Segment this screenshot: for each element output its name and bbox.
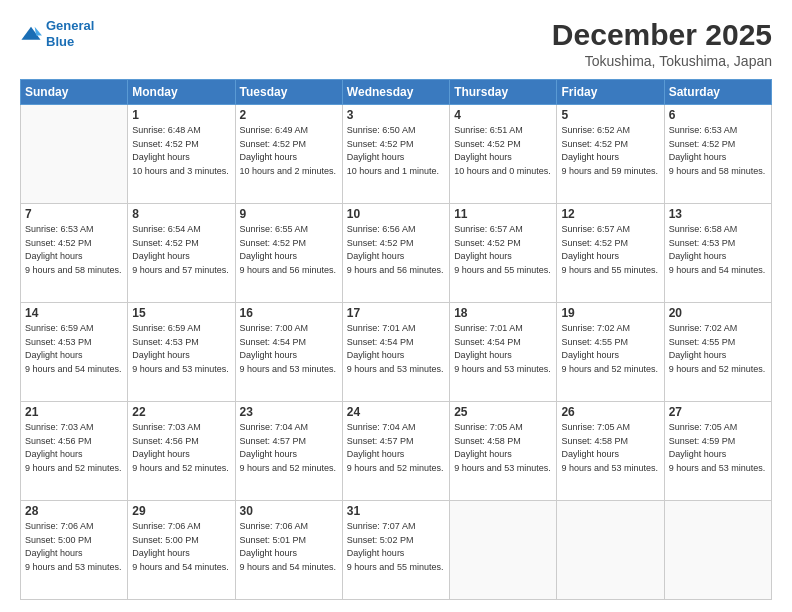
day-number: 18 xyxy=(454,306,552,320)
day-number: 22 xyxy=(132,405,230,419)
calendar-cell: 23Sunrise: 7:04 AMSunset: 4:57 PMDayligh… xyxy=(235,402,342,501)
logo-line1: General xyxy=(46,18,94,33)
calendar-header-wednesday: Wednesday xyxy=(342,80,449,105)
calendar-row-3: 21Sunrise: 7:03 AMSunset: 4:56 PMDayligh… xyxy=(21,402,772,501)
day-info: Sunrise: 6:57 AMSunset: 4:52 PMDaylight … xyxy=(454,223,552,277)
calendar-cell: 3Sunrise: 6:50 AMSunset: 4:52 PMDaylight… xyxy=(342,105,449,204)
day-info: Sunrise: 6:49 AMSunset: 4:52 PMDaylight … xyxy=(240,124,338,178)
calendar-header-sunday: Sunday xyxy=(21,80,128,105)
day-number: 25 xyxy=(454,405,552,419)
calendar-cell xyxy=(557,501,664,600)
day-number: 29 xyxy=(132,504,230,518)
day-number: 7 xyxy=(25,207,123,221)
calendar-header-tuesday: Tuesday xyxy=(235,80,342,105)
calendar-cell: 30Sunrise: 7:06 AMSunset: 5:01 PMDayligh… xyxy=(235,501,342,600)
day-number: 4 xyxy=(454,108,552,122)
calendar-cell: 5Sunrise: 6:52 AMSunset: 4:52 PMDaylight… xyxy=(557,105,664,204)
logo-text: General Blue xyxy=(46,18,94,49)
day-info: Sunrise: 7:06 AMSunset: 5:00 PMDaylight … xyxy=(25,520,123,574)
day-number: 23 xyxy=(240,405,338,419)
calendar-cell: 27Sunrise: 7:05 AMSunset: 4:59 PMDayligh… xyxy=(664,402,771,501)
calendar-table: SundayMondayTuesdayWednesdayThursdayFrid… xyxy=(20,79,772,600)
day-number: 14 xyxy=(25,306,123,320)
day-info: Sunrise: 7:05 AMSunset: 4:58 PMDaylight … xyxy=(561,421,659,475)
day-info: Sunrise: 7:05 AMSunset: 4:58 PMDaylight … xyxy=(454,421,552,475)
day-info: Sunrise: 7:04 AMSunset: 4:57 PMDaylight … xyxy=(347,421,445,475)
calendar-cell: 16Sunrise: 7:00 AMSunset: 4:54 PMDayligh… xyxy=(235,303,342,402)
calendar-cell: 12Sunrise: 6:57 AMSunset: 4:52 PMDayligh… xyxy=(557,204,664,303)
calendar-cell: 4Sunrise: 6:51 AMSunset: 4:52 PMDaylight… xyxy=(450,105,557,204)
day-info: Sunrise: 6:57 AMSunset: 4:52 PMDaylight … xyxy=(561,223,659,277)
day-info: Sunrise: 7:00 AMSunset: 4:54 PMDaylight … xyxy=(240,322,338,376)
day-info: Sunrise: 6:58 AMSunset: 4:53 PMDaylight … xyxy=(669,223,767,277)
day-info: Sunrise: 6:53 AMSunset: 4:52 PMDaylight … xyxy=(669,124,767,178)
day-info: Sunrise: 6:53 AMSunset: 4:52 PMDaylight … xyxy=(25,223,123,277)
day-number: 2 xyxy=(240,108,338,122)
calendar-cell: 31Sunrise: 7:07 AMSunset: 5:02 PMDayligh… xyxy=(342,501,449,600)
calendar-cell: 19Sunrise: 7:02 AMSunset: 4:55 PMDayligh… xyxy=(557,303,664,402)
logo: General Blue xyxy=(20,18,94,49)
subtitle: Tokushima, Tokushima, Japan xyxy=(552,53,772,69)
day-info: Sunrise: 7:06 AMSunset: 5:01 PMDaylight … xyxy=(240,520,338,574)
calendar-cell xyxy=(450,501,557,600)
calendar-cell xyxy=(664,501,771,600)
day-info: Sunrise: 6:59 AMSunset: 4:53 PMDaylight … xyxy=(25,322,123,376)
day-number: 5 xyxy=(561,108,659,122)
logo-icon xyxy=(20,25,42,43)
day-info: Sunrise: 7:02 AMSunset: 4:55 PMDaylight … xyxy=(669,322,767,376)
calendar-cell: 8Sunrise: 6:54 AMSunset: 4:52 PMDaylight… xyxy=(128,204,235,303)
title-section: December 2025 Tokushima, Tokushima, Japa… xyxy=(552,18,772,69)
calendar-row-0: 1Sunrise: 6:48 AMSunset: 4:52 PMDaylight… xyxy=(21,105,772,204)
calendar-cell xyxy=(21,105,128,204)
day-number: 1 xyxy=(132,108,230,122)
day-number: 24 xyxy=(347,405,445,419)
day-info: Sunrise: 6:48 AMSunset: 4:52 PMDaylight … xyxy=(132,124,230,178)
header: General Blue December 2025 Tokushima, To… xyxy=(20,18,772,69)
day-info: Sunrise: 6:59 AMSunset: 4:53 PMDaylight … xyxy=(132,322,230,376)
calendar-cell: 11Sunrise: 6:57 AMSunset: 4:52 PMDayligh… xyxy=(450,204,557,303)
day-number: 27 xyxy=(669,405,767,419)
calendar-cell: 15Sunrise: 6:59 AMSunset: 4:53 PMDayligh… xyxy=(128,303,235,402)
day-number: 13 xyxy=(669,207,767,221)
calendar-cell: 22Sunrise: 7:03 AMSunset: 4:56 PMDayligh… xyxy=(128,402,235,501)
calendar-header-saturday: Saturday xyxy=(664,80,771,105)
calendar-row-4: 28Sunrise: 7:06 AMSunset: 5:00 PMDayligh… xyxy=(21,501,772,600)
day-number: 16 xyxy=(240,306,338,320)
day-info: Sunrise: 6:52 AMSunset: 4:52 PMDaylight … xyxy=(561,124,659,178)
day-info: Sunrise: 7:06 AMSunset: 5:00 PMDaylight … xyxy=(132,520,230,574)
day-number: 3 xyxy=(347,108,445,122)
day-info: Sunrise: 7:01 AMSunset: 4:54 PMDaylight … xyxy=(454,322,552,376)
calendar-cell: 14Sunrise: 6:59 AMSunset: 4:53 PMDayligh… xyxy=(21,303,128,402)
day-number: 9 xyxy=(240,207,338,221)
calendar-cell: 25Sunrise: 7:05 AMSunset: 4:58 PMDayligh… xyxy=(450,402,557,501)
day-info: Sunrise: 6:54 AMSunset: 4:52 PMDaylight … xyxy=(132,223,230,277)
calendar-cell: 10Sunrise: 6:56 AMSunset: 4:52 PMDayligh… xyxy=(342,204,449,303)
main-title: December 2025 xyxy=(552,18,772,51)
calendar-header-friday: Friday xyxy=(557,80,664,105)
day-number: 10 xyxy=(347,207,445,221)
day-info: Sunrise: 7:03 AMSunset: 4:56 PMDaylight … xyxy=(25,421,123,475)
day-number: 30 xyxy=(240,504,338,518)
calendar-row-1: 7Sunrise: 6:53 AMSunset: 4:52 PMDaylight… xyxy=(21,204,772,303)
calendar-cell: 13Sunrise: 6:58 AMSunset: 4:53 PMDayligh… xyxy=(664,204,771,303)
calendar-row-2: 14Sunrise: 6:59 AMSunset: 4:53 PMDayligh… xyxy=(21,303,772,402)
day-info: Sunrise: 6:50 AMSunset: 4:52 PMDaylight … xyxy=(347,124,445,178)
day-info: Sunrise: 7:05 AMSunset: 4:59 PMDaylight … xyxy=(669,421,767,475)
day-number: 15 xyxy=(132,306,230,320)
day-info: Sunrise: 7:01 AMSunset: 4:54 PMDaylight … xyxy=(347,322,445,376)
day-number: 26 xyxy=(561,405,659,419)
calendar-cell: 17Sunrise: 7:01 AMSunset: 4:54 PMDayligh… xyxy=(342,303,449,402)
calendar-cell: 1Sunrise: 6:48 AMSunset: 4:52 PMDaylight… xyxy=(128,105,235,204)
calendar-cell: 18Sunrise: 7:01 AMSunset: 4:54 PMDayligh… xyxy=(450,303,557,402)
calendar-cell: 7Sunrise: 6:53 AMSunset: 4:52 PMDaylight… xyxy=(21,204,128,303)
day-number: 8 xyxy=(132,207,230,221)
calendar-cell: 26Sunrise: 7:05 AMSunset: 4:58 PMDayligh… xyxy=(557,402,664,501)
day-number: 11 xyxy=(454,207,552,221)
day-number: 12 xyxy=(561,207,659,221)
page: General Blue December 2025 Tokushima, To… xyxy=(0,0,792,612)
day-info: Sunrise: 6:51 AMSunset: 4:52 PMDaylight … xyxy=(454,124,552,178)
calendar-cell: 24Sunrise: 7:04 AMSunset: 4:57 PMDayligh… xyxy=(342,402,449,501)
calendar-cell: 21Sunrise: 7:03 AMSunset: 4:56 PMDayligh… xyxy=(21,402,128,501)
calendar-cell: 9Sunrise: 6:55 AMSunset: 4:52 PMDaylight… xyxy=(235,204,342,303)
day-info: Sunrise: 7:07 AMSunset: 5:02 PMDaylight … xyxy=(347,520,445,574)
